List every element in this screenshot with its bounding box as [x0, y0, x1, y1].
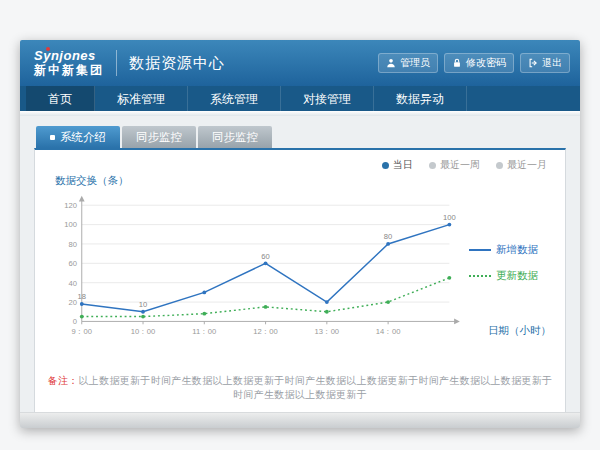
- page-title: 数据资源中心: [129, 54, 225, 73]
- legend-new-data[interactable]: 新增数据: [469, 243, 538, 257]
- tab-sync-monitor-1[interactable]: 同步监控: [122, 126, 196, 148]
- filter-last-week-label: 最近一周: [440, 158, 480, 172]
- nav-item-data-change[interactable]: 数据异动: [374, 86, 467, 111]
- svg-text:60: 60: [69, 259, 77, 268]
- solid-line-icon: [469, 249, 491, 251]
- tab-system-intro[interactable]: 系统介绍: [36, 126, 120, 148]
- svg-text:100: 100: [443, 213, 456, 222]
- svg-text:10: 10: [139, 300, 147, 309]
- tab-bar: 系统介绍 同步监控 同步监控: [36, 126, 566, 148]
- filter-last-week[interactable]: 最近一周: [429, 158, 480, 172]
- filter-today[interactable]: 当日: [382, 158, 413, 172]
- svg-text:9：00: 9：00: [72, 327, 92, 336]
- logo-text: Synjones: [34, 49, 104, 63]
- nav-item-home[interactable]: 首页: [26, 86, 95, 111]
- svg-text:80: 80: [384, 232, 392, 241]
- app-window: Synjones 新中新集团 数据资源中心 管理员 修改密码: [20, 40, 580, 428]
- svg-text:60: 60: [261, 252, 269, 261]
- svg-text:0: 0: [73, 317, 77, 326]
- user-icon: [386, 58, 396, 68]
- header-actions: 管理员 修改密码 退出: [378, 53, 570, 73]
- header-divider: [116, 50, 117, 76]
- nav-item-standard-mgmt[interactable]: 标准管理: [95, 86, 188, 111]
- footnote: 备注：以上数据更新于时间产生数据以上数据更新于时间产生数据以上数据更新于时间产生…: [47, 374, 553, 402]
- series-legend: 新增数据 更新数据: [469, 243, 538, 283]
- legend-update-data[interactable]: 更新数据: [469, 269, 538, 283]
- svg-text:120: 120: [64, 201, 77, 210]
- legend-update-data-label: 更新数据: [496, 269, 538, 283]
- logo-subtext: 新中新集团: [34, 64, 104, 77]
- change-password-label: 修改密码: [466, 56, 506, 70]
- logout-button[interactable]: 退出: [520, 53, 570, 73]
- range-filters: 当日 最近一周 最近一月: [47, 158, 547, 172]
- svg-text:20: 20: [69, 298, 77, 307]
- footnote-text: 以上数据更新于时间产生数据以上数据更新于时间产生数据以上数据更新于时间产生数据以…: [79, 375, 553, 400]
- svg-text:12：00: 12：00: [253, 327, 278, 336]
- window-footer: [20, 412, 580, 428]
- chart-panel: 当日 最近一周 最近一月 数据交换（条） 0204060801001209：00…: [34, 148, 566, 412]
- svg-text:10：00: 10：00: [131, 327, 156, 336]
- x-axis-title: 日期（小时）: [488, 324, 551, 338]
- nav-item-system-mgmt[interactable]: 系统管理: [188, 86, 281, 111]
- brand-logo: Synjones 新中新集团: [30, 49, 104, 76]
- svg-text:11：00: 11：00: [192, 327, 216, 336]
- line-chart: 0204060801001209：0010：0011：0012：0013：001…: [47, 190, 467, 350]
- change-password-button[interactable]: 修改密码: [444, 53, 514, 73]
- admin-user-label: 管理员: [400, 56, 430, 70]
- filter-last-month[interactable]: 最近一月: [496, 158, 547, 172]
- admin-user-button[interactable]: 管理员: [378, 53, 438, 73]
- filter-today-label: 当日: [393, 158, 413, 172]
- filter-last-month-label: 最近一月: [507, 158, 547, 172]
- main-content: 系统介绍 同步监控 同步监控 当日 最近一周 最近一月 数据交换（条）: [20, 116, 580, 412]
- lock-icon: [452, 58, 462, 68]
- main-nav: 首页 标准管理 系统管理 对接管理 数据异动: [20, 86, 580, 111]
- svg-text:13：00: 13：00: [315, 327, 340, 336]
- svg-text:18: 18: [78, 292, 86, 301]
- dotted-line-icon: [469, 275, 491, 277]
- svg-text:40: 40: [69, 279, 77, 288]
- y-axis-title: 数据交换（条）: [55, 174, 553, 188]
- logout-icon: [528, 58, 538, 68]
- filter-dot-icon: [382, 162, 389, 169]
- svg-text:14：00: 14：00: [376, 327, 401, 336]
- legend-new-data-label: 新增数据: [496, 243, 538, 257]
- filter-dot-icon: [429, 162, 436, 169]
- footnote-prefix: 备注：: [48, 375, 79, 386]
- svg-text:80: 80: [69, 240, 77, 249]
- svg-text:100: 100: [64, 220, 77, 229]
- chart-area: 0204060801001209：0010：0011：0012：0013：001…: [47, 190, 553, 350]
- filter-dot-icon: [496, 162, 503, 169]
- tab-sync-monitor-2[interactable]: 同步监控: [198, 126, 272, 148]
- nav-item-interface-mgmt[interactable]: 对接管理: [281, 86, 374, 111]
- app-header: Synjones 新中新集团 数据资源中心 管理员 修改密码: [20, 40, 580, 86]
- logout-label: 退出: [542, 56, 562, 70]
